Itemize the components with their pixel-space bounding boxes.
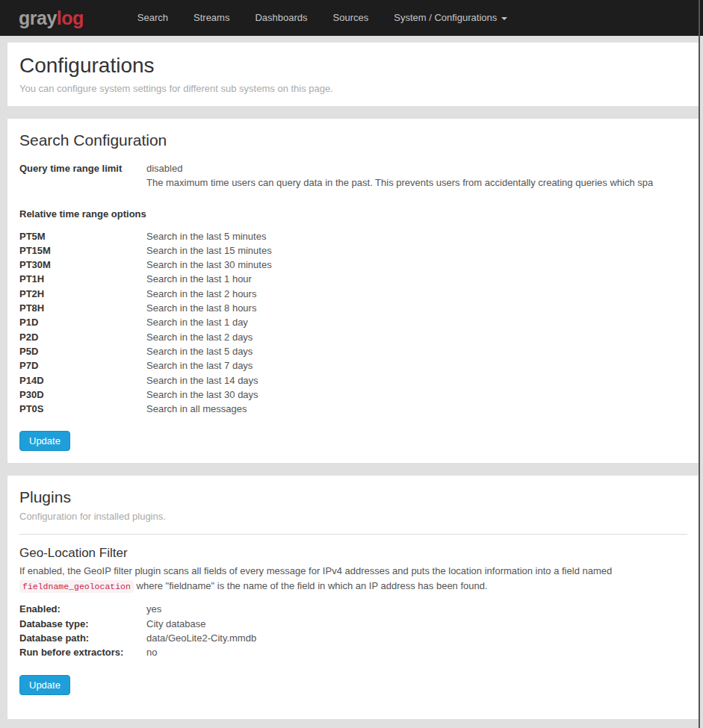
page-title: Configurations (19, 53, 687, 78)
geo-field-value: data/GeoLite2-City.mmdb (146, 631, 687, 645)
geo-field-value: yes (146, 602, 687, 616)
query-limit-description: The maximum time users can query data in… (146, 175, 687, 190)
option-description: Search in the last 1 hour (146, 272, 687, 286)
query-time-range-limit-value: disabled The maximum time users can quer… (146, 161, 687, 190)
nav-items: Search Streams Dashboards Sources System… (125, 0, 520, 36)
plugins-divider (19, 534, 687, 535)
option-key: PT8H (19, 301, 146, 315)
geo-fieldname-code: fieldname_geolocation (19, 580, 134, 593)
page-subtitle: You can configure system settings for di… (19, 83, 687, 94)
relative-time-range-options-list: PT5MSearch in the last 5 minutes PT15MSe… (19, 229, 687, 417)
search-config-update-button[interactable]: Update (19, 431, 70, 451)
page-header-card: Configurations You can configure system … (7, 43, 699, 106)
geo-field-label: Enabled: (19, 602, 146, 616)
option-description: Search in the last 5 minutes (146, 229, 687, 243)
option-description: Search in the last 7 days (146, 358, 687, 373)
option-key: PT0S (19, 402, 146, 416)
nav-item-sources[interactable]: Sources (320, 0, 382, 36)
relative-time-range-options-label: Relative time range options (19, 208, 687, 220)
nav-item-streams[interactable]: Streams (181, 0, 242, 36)
option-key: PT15M (19, 243, 146, 258)
option-key: PT1H (19, 272, 146, 286)
option-description: Search in the last 30 days (146, 388, 687, 402)
option-key: P7D (19, 358, 146, 373)
geo-location-filter-description: If enabled, the GeoIP filter plugin scan… (19, 564, 687, 594)
geo-desc-before-code: If enabled, the GeoIP filter plugin scan… (19, 565, 612, 576)
geo-location-filter-title: Geo-Location Filter (19, 545, 687, 561)
option-description: Search in the last 2 days (146, 330, 687, 344)
option-description: Search in the last 1 day (146, 315, 687, 329)
option-description: Search in the last 2 hours (146, 287, 687, 301)
logo-text-log: log (57, 7, 84, 28)
query-limit-value: disabled (146, 161, 687, 175)
option-description: Search in the last 30 minutes (146, 258, 687, 272)
option-key: P30D (19, 388, 146, 402)
option-description: Search in the last 5 days (146, 344, 687, 358)
geo-location-filter-fields: Enabled:yes Database type:City database … (19, 602, 687, 659)
option-description: Search in all messages (146, 402, 687, 416)
query-time-range-limit-label: Query time range limit (19, 161, 146, 175)
nav-item-system-configurations[interactable]: System / Configurations (381, 0, 520, 36)
chevron-down-icon (501, 17, 507, 20)
search-configuration-card: Search Configuration Query time range li… (7, 119, 699, 463)
graylog-logo[interactable]: graylog (19, 7, 84, 29)
query-time-range-limit-row: Query time range limit disabled The maxi… (19, 161, 687, 190)
plugins-subtitle: Configuration for installed plugins. (19, 511, 687, 522)
navbar: graylog Search Streams Dashboards Source… (0, 0, 703, 36)
option-description: Search in the last 14 days (146, 373, 687, 388)
nav-item-search[interactable]: Search (125, 0, 181, 36)
option-key: P14D (19, 373, 146, 388)
option-key: P1D (19, 315, 146, 329)
plugins-card: Plugins Configuration for installed plug… (7, 476, 699, 718)
geo-field-value: no (146, 645, 687, 659)
option-key: PT2H (19, 287, 146, 301)
geo-field-value: City database (146, 617, 687, 631)
geo-field-label: Run before extractors: (19, 645, 146, 659)
option-description: Search in the last 15 minutes (146, 243, 687, 258)
search-configuration-title: Search Configuration (19, 131, 687, 149)
plugins-title: Plugins (19, 488, 687, 506)
option-key: PT5M (19, 229, 146, 243)
option-description: Search in the last 8 hours (146, 301, 687, 315)
geo-desc-after-code: where "fieldname" is the name of the fie… (134, 580, 488, 591)
option-key: P5D (19, 344, 146, 358)
logo-text-gray: gray (19, 7, 57, 28)
geo-field-label: Database type: (19, 617, 146, 631)
option-key: PT30M (19, 258, 146, 272)
nav-item-dashboards[interactable]: Dashboards (242, 0, 320, 36)
option-key: P2D (19, 330, 146, 344)
geo-filter-update-button[interactable]: Update (19, 675, 70, 695)
geo-field-label: Database path: (19, 631, 146, 645)
